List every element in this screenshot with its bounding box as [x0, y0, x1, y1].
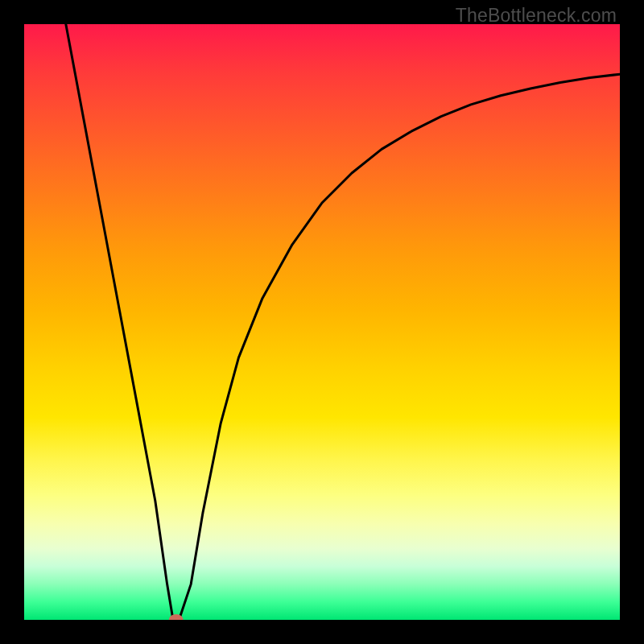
chart-svg	[24, 24, 620, 620]
bottleneck-curve	[66, 24, 620, 620]
chart-frame: TheBottleneck.com	[0, 0, 644, 644]
plot-area	[24, 24, 620, 620]
watermark-text: TheBottleneck.com	[456, 5, 617, 27]
